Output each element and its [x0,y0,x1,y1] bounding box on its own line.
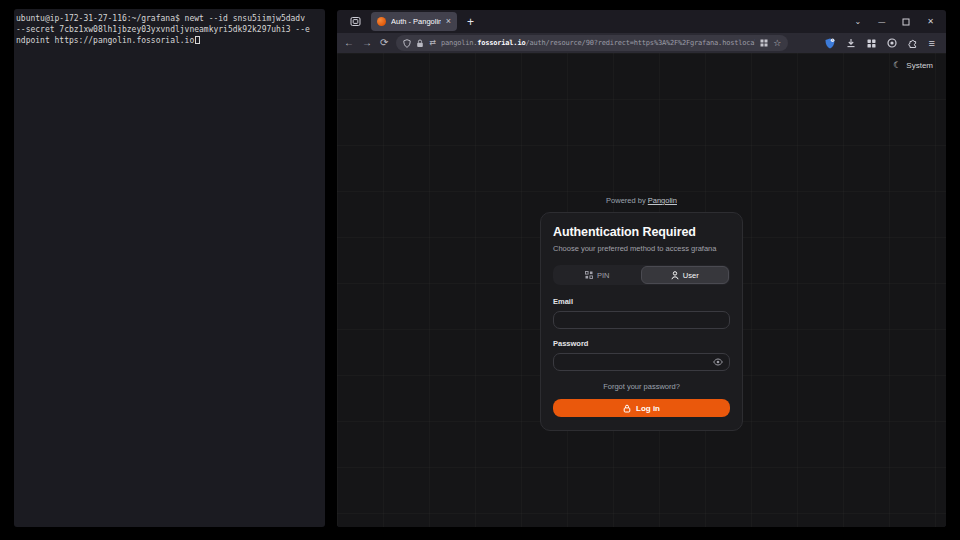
navigation-toolbar: ← → ⟳ ⇄ pangolin.fossorial.io/auth/resou… [337,33,946,53]
tab-pin-label: PIN [597,271,610,280]
email-field[interactable] [553,311,730,329]
theme-label: System [906,61,933,70]
tracking-shield-icon[interactable] [403,39,411,48]
page-content: ☾ System Powered by Pangolin Authenticat… [337,53,946,527]
browser-window: Auth - Pangolin × + ⌄ — ✕ ← → ⟳ ⇄ pangol… [337,10,946,527]
pangolin-favicon [377,17,386,26]
tab-pin[interactable]: PIN [554,266,641,284]
maximize-icon[interactable] [902,18,910,26]
terminal-line: --secret 7cbz1xw08lh1jbzey03yxvndljvneam… [16,25,310,34]
tab-user-label: User [683,271,699,280]
extensions-puzzle-icon[interactable] [908,38,918,48]
password-label: Password [553,339,730,348]
pangolin-link[interactable]: Pangolin [648,196,677,205]
user-icon [671,271,679,280]
containers-grid-icon[interactable] [867,39,876,48]
toolbar-extension-icons: 1 ≡ [825,38,935,49]
desktop: ubuntu@ip-172-31-27-116:~/grafana$ newt … [0,0,960,540]
close-window-icon[interactable]: ✕ [927,18,934,26]
firefox-view-icon[interactable] [348,15,362,29]
bookmark-star-icon[interactable]: ☆ [773,39,781,48]
tab-user[interactable]: User [641,266,730,284]
adblock-extension-icon[interactable]: 1 [825,38,835,49]
window-controls: ⌄ — ✕ [855,18,934,26]
shortcuts-grid-icon[interactable] [760,39,768,47]
pin-keypad-icon [585,271,593,279]
tab-title: Auth - Pangolin [391,17,441,26]
show-password-icon[interactable] [713,358,723,366]
powered-by: Powered by Pangolin [337,196,946,205]
url-domain: fossorial.io [477,39,525,47]
password-field[interactable] [553,353,730,371]
tab-auth-pangolin[interactable]: Auth - Pangolin × [371,12,457,31]
card-subtitle: Choose your preferred method to access g… [553,244,730,253]
record-circle-icon[interactable] [887,38,897,48]
email-label: Email [553,297,730,306]
exchange-icon[interactable]: ⇄ [429,39,436,47]
terminal-window[interactable]: ubuntu@ip-172-31-27-116:~/grafana$ newt … [14,9,325,527]
tab-close-icon[interactable]: × [446,17,451,26]
forgot-password-link[interactable]: Forgot your password? [553,382,730,391]
downloads-icon[interactable] [846,38,856,48]
menu-icon[interactable]: ≡ [929,38,935,49]
url-bar[interactable]: ⇄ pangolin.fossorial.io/auth/resource/90… [396,35,788,51]
reload-icon[interactable]: ⟳ [380,38,388,48]
minimize-icon[interactable]: — [878,18,885,25]
back-icon[interactable]: ← [344,38,354,48]
card-title: Authentication Required [553,225,730,239]
terminal-line: ubuntu@ip-172-31-27-116:~/grafana$ newt … [16,14,305,23]
new-tab-button[interactable]: + [467,16,474,28]
terminal-cursor [195,36,200,44]
theme-toggle[interactable]: ☾ System [893,61,933,70]
auth-method-tabs: PIN User [553,265,730,285]
lock-icon[interactable] [416,39,424,48]
url-text[interactable]: pangolin.fossorial.io/auth/resource/90?r… [441,39,755,47]
tab-bar: Auth - Pangolin × + ⌄ — ✕ [337,10,946,33]
login-lock-icon [623,404,631,413]
list-tabs-icon[interactable]: ⌄ [855,18,862,26]
terminal-line: ndpoint https://pangolin.fossorial.io [16,36,194,45]
login-button-label: Log in [636,404,660,413]
auth-card: Authentication Required Choose your pref… [540,212,743,431]
forward-icon[interactable]: → [362,38,372,48]
moon-icon: ☾ [893,61,901,70]
login-button[interactable]: Log in [553,399,730,417]
